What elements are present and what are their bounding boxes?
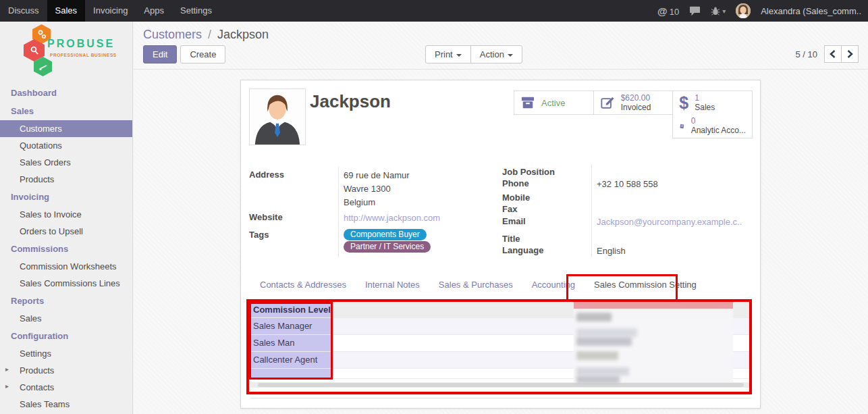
action-label: Action (480, 49, 504, 59)
sales-stat-button[interactable]: $ 1 Sales (672, 91, 752, 114)
table-bottom-border (250, 398, 751, 398)
logo-title: PROBUSE (47, 38, 115, 50)
language-value: English (597, 246, 626, 256)
chat-bubble-icon[interactable] (689, 6, 701, 16)
scrollbar-thumb[interactable] (258, 383, 744, 387)
address-label: Address (249, 170, 284, 180)
phone-value: +32 10 588 558 (597, 179, 658, 189)
mention-count: 10 (670, 7, 679, 17)
mobile-label: Mobile (502, 192, 530, 203)
sidebar-section-sales[interactable]: Sales (0, 102, 132, 120)
horizontal-scrollbar[interactable] (250, 382, 751, 388)
breadcrumb-customers-link[interactable]: Customers (143, 28, 202, 41)
fax-label: Fax (502, 204, 517, 214)
title-label: Title (502, 234, 520, 244)
debug-bug-icon[interactable]: ▾ (711, 6, 726, 16)
sidebar-item-label: Products (20, 365, 54, 376)
mentions-counter[interactable]: @ 10 (657, 5, 679, 17)
sidebar-item-commission-worksheets[interactable]: Commission Worksheets (0, 258, 132, 275)
tab-internal-notes[interactable]: Internal Notes (365, 280, 420, 290)
sidebar-item-orders-to-upsell[interactable]: Orders to Upsell (0, 223, 132, 240)
user-menu[interactable]: Alexandra (Sales_comm.. (761, 6, 861, 16)
tags-label: Tags (249, 230, 269, 240)
stat-buttons: Active $620.00 Invoiced $ 1 Sales (514, 90, 753, 115)
ledger-book-icon (679, 120, 685, 133)
menu-invoicing[interactable]: Invoicing (85, 0, 136, 22)
breadcrumb: Customers / Jackpson (143, 28, 269, 42)
edit-button[interactable]: Edit (143, 45, 177, 63)
tab-accounting[interactable]: Accounting (532, 280, 575, 290)
sidebar-item-quotations[interactable]: Quotations (0, 137, 132, 154)
sidebar-item-reports-sales[interactable]: Sales (0, 310, 132, 327)
sidebar-item-products[interactable]: Products (0, 171, 132, 188)
job-position-label: Job Position (502, 167, 555, 177)
analytic-accounts-stat-button[interactable]: 0 Analytic Acco... (672, 114, 753, 138)
active-stat-button[interactable]: Active (514, 91, 593, 114)
main-content: Customers / Jackpson Edit Create Print A… (134, 22, 868, 414)
sidebar-item-customers[interactable]: Customers (0, 120, 132, 137)
control-panel: Customers / Jackpson Edit Create Print A… (134, 22, 868, 70)
systray: @ 10 ▾ Al (657, 0, 868, 22)
menu-settings[interactable]: Settings (172, 0, 220, 22)
app-logo[interactable]: PROBUSE PROFESSIONAL BUSINESS (0, 22, 132, 81)
menu-apps[interactable]: Apps (136, 0, 172, 22)
sidebar-section-invoicing[interactable]: Invoicing (0, 188, 132, 206)
invoiced-value: $620.00 (621, 94, 651, 103)
tab-contacts-addresses[interactable]: Contacts & Addresses (260, 280, 346, 290)
expand-arrow-icon[interactable]: ▸ (5, 382, 9, 390)
top-navbar: Discuss Sales Invoicing Apps Settings @ … (0, 0, 868, 22)
sidebar-item-config-products[interactable]: ▸ Products (0, 362, 132, 379)
partner-form-sheet: Jackpson Active $620.00 Invoiced (240, 80, 761, 409)
website-link[interactable]: http://www.jackpson.com (344, 213, 440, 223)
tab-sales-commission-setting[interactable]: Sales Commission Setting (594, 280, 697, 290)
sidebar-item-settings[interactable]: Settings (0, 345, 132, 362)
tab-sales-purchases[interactable]: Sales & Purchases (439, 280, 513, 290)
sidebar-item-sales-commissions-lines[interactable]: Sales Commissions Lines (0, 275, 132, 292)
commission-level-cell[interactable]: Sales Manager (250, 318, 333, 334)
caret-down-icon (456, 54, 462, 57)
breadcrumb-separator: / (205, 28, 214, 41)
invoiced-stat-button[interactable]: $620.00 Invoiced (593, 91, 673, 114)
caret-down-icon (508, 54, 513, 57)
expand-arrow-icon[interactable]: ▸ (5, 365, 9, 373)
chevron-right-icon (846, 50, 853, 58)
pager-previous-button[interactable] (824, 45, 842, 63)
commission-level-cell[interactable]: Sales Man (250, 335, 333, 351)
menu-sales[interactable]: Sales (47, 0, 86, 22)
sidebar-section-reports[interactable]: Reports (0, 292, 132, 310)
menu-discuss[interactable]: Discuss (0, 0, 47, 22)
sidebar-item-config-contacts[interactable]: ▸ Contacts (0, 379, 132, 396)
create-button[interactable]: Create (180, 45, 225, 63)
notebook-tabs: Contacts & Addresses Internal Notes Sale… (249, 274, 697, 294)
sidebar-section-commissions[interactable]: Commissions (0, 240, 132, 258)
commission-level-cell[interactable]: Callcenter Agent (250, 352, 333, 368)
partner-photo[interactable] (249, 88, 306, 145)
archive-box-icon (520, 96, 535, 109)
website-label: Website (249, 212, 283, 222)
logo-subtitle: PROFESSIONAL BUSINESS (50, 53, 117, 57)
dollar-icon: $ (679, 95, 688, 111)
language-label: Language (502, 245, 543, 255)
analytic-count-value: 0 (691, 117, 746, 126)
sidebar-item-dashboard[interactable]: Dashboard (0, 84, 132, 102)
sidebar-item-sales-to-invoice[interactable]: Sales to Invoice (0, 206, 132, 223)
user-avatar[interactable] (736, 3, 751, 18)
sidebar-item-sales-orders[interactable]: Sales Orders (0, 154, 132, 171)
chevron-left-icon (830, 50, 836, 58)
print-label: Print (435, 49, 453, 59)
sidebar-item-sales-teams[interactable]: Sales Teams (0, 396, 132, 413)
caret-down-icon: ▾ (722, 7, 726, 15)
pager-next-button[interactable] (841, 45, 859, 63)
commission-level-header[interactable]: Commission Level (250, 302, 333, 317)
redacted-column-header (574, 300, 733, 309)
sidebar-section-configuration[interactable]: Configuration (0, 327, 132, 345)
redacted-column (574, 300, 733, 382)
print-dropdown-button[interactable]: Print (425, 45, 471, 63)
pager: 5 / 10 (795, 45, 859, 63)
action-dropdown-button[interactable]: Action (470, 45, 522, 63)
email-link[interactable]: Jackpson@yourcompany.example.c.. (597, 217, 742, 227)
partner-name: Jackpson (310, 91, 391, 112)
address-line-2: Wavre 1300 (344, 184, 391, 194)
breadcrumb-current: Jackpson (217, 28, 269, 41)
active-status-label: Active (541, 98, 565, 108)
